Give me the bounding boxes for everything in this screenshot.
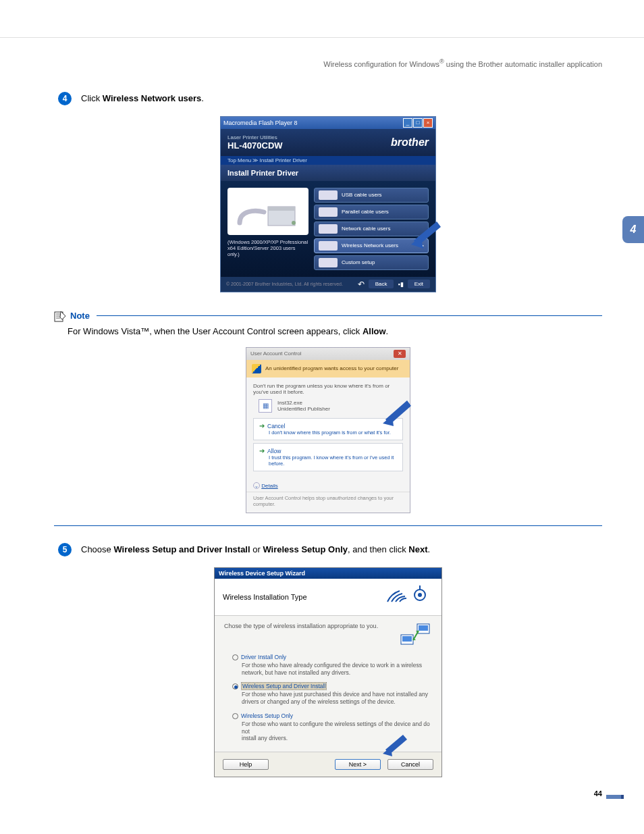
radio-selected-icon xyxy=(232,683,238,689)
exit-button[interactable]: Exit xyxy=(408,280,430,288)
svg-rect-1 xyxy=(268,207,295,211)
wizard-opt-driver-only[interactable]: Driver Install Only For those who have a… xyxy=(232,654,432,677)
opt2-desc: For those who have just purchased this d… xyxy=(242,691,432,705)
note-text-pre: For Windows Vista™, when the User Accoun… xyxy=(68,326,363,336)
custom-icon xyxy=(319,258,338,267)
note-pencil-icon xyxy=(54,310,66,322)
wizard-head-title: Wireless Installation Type xyxy=(223,593,307,601)
uac-title-text: User Account Control xyxy=(250,350,302,357)
printer-icon xyxy=(234,194,302,235)
step-5-badge: 5 xyxy=(58,543,72,556)
maximize-icon[interactable]: □ xyxy=(413,118,423,128)
note-end-divider xyxy=(54,525,602,526)
chapter-side-tab: 4 xyxy=(622,216,644,243)
uac-details-label: Details xyxy=(261,483,277,489)
step-5-bold1: Wireless Setup and Driver Install xyxy=(113,544,250,554)
callout-arrow-icon xyxy=(383,728,411,756)
brother-logo: brother xyxy=(391,136,429,149)
uac-banner-text: An unidentified program wants access to … xyxy=(265,365,398,371)
note-text-bold: Allow xyxy=(363,326,386,336)
shield-icon xyxy=(252,364,261,373)
callout-arrow-icon xyxy=(383,394,417,427)
flash-sub: Laser Printer Utilities xyxy=(227,134,283,140)
flash-title: Macromedia Flash Player 8 xyxy=(223,120,298,126)
uac-allow-desc: I trust this program. I know where it's … xyxy=(269,454,397,467)
step-5-post: . xyxy=(428,544,431,554)
uac-file-row: ▦ Inst32.exe Unidentified Publisher xyxy=(259,399,403,413)
uac-screenshot: User Account Control ✕ An unidentified p… xyxy=(246,347,410,513)
file-icon: ▦ xyxy=(259,399,272,413)
step-5-mid: or xyxy=(250,544,263,554)
page-number: 44 xyxy=(594,789,602,798)
arrow-right-icon: ➔ xyxy=(259,447,265,454)
opt3-desc-post: install any drivers. xyxy=(242,735,288,741)
uac-dont-run: Don't run the program unless you know wh… xyxy=(253,383,403,395)
option-custom-label: Custom setup xyxy=(342,259,375,265)
wizard-opt-setup-and-driver[interactable]: Wireless Setup and Driver Install For th… xyxy=(232,683,432,706)
step-4-bold: Wireless Network users xyxy=(103,93,202,103)
cancel-button[interactable]: Cancel xyxy=(387,759,433,770)
uac-footer: User Account Control helps stop unauthor… xyxy=(246,492,410,513)
step-4-badge: 4 xyxy=(58,92,72,105)
close-icon[interactable]: × xyxy=(423,118,433,128)
top-bar xyxy=(0,0,644,38)
step-4-post: . xyxy=(201,93,204,103)
step-4-pre: Click xyxy=(81,93,103,103)
uac-allow-title: Allow xyxy=(267,448,281,454)
flash-titlebar: Macromedia Flash Player 8 _ □ × xyxy=(221,117,435,129)
uac-file-name: Inst32.exe xyxy=(277,400,330,406)
flash-left-panel: (Windows 2000/XP/XP Professional x64 Edi… xyxy=(227,188,308,270)
wizard-header: Wireless Installation Type xyxy=(215,579,441,616)
step-4-row: 4 Click Wireless Network users. xyxy=(58,92,602,105)
step-5-pre: Choose xyxy=(81,544,113,554)
minimize-icon[interactable]: _ xyxy=(403,118,412,128)
option-custom[interactable]: Custom setup xyxy=(314,255,429,270)
uac-cancel-desc: I don't know where this program is from … xyxy=(269,429,397,436)
back-arrow-icon[interactable]: ↶ xyxy=(358,280,365,289)
wizard-screenshot: Wireless Device Setup Wizard Wireless In… xyxy=(214,567,442,777)
uac-titlebar: User Account Control ✕ xyxy=(246,348,410,360)
uac-allow-choice[interactable]: ➔Allow I trust this program. I know wher… xyxy=(253,443,403,471)
radio-icon xyxy=(232,713,238,719)
help-button[interactable]: Help xyxy=(223,759,269,770)
header-sup: ® xyxy=(439,58,444,65)
arrow-right-icon: ➔ xyxy=(259,422,265,429)
next-button[interactable]: Next > xyxy=(335,759,381,770)
step-4-text: Click Wireless Network users. xyxy=(81,93,204,103)
note-text: For Windows Vista™, when the User Accoun… xyxy=(68,326,602,336)
option-wireless-label: Wireless Network users xyxy=(342,242,398,249)
wizard-titlebar: Wireless Device Setup Wizard xyxy=(215,568,441,579)
svg-point-10 xyxy=(418,593,422,597)
svg-rect-14 xyxy=(402,636,412,642)
flash-body: (Windows 2000/XP/XP Professional x64 Edi… xyxy=(221,181,435,277)
callout-arrow-icon xyxy=(411,213,448,250)
uac-file-publisher: Unidentified Publisher xyxy=(277,406,330,412)
note-text-post: . xyxy=(386,326,389,336)
step-5-row: 5 Choose Wireless Setup and Driver Insta… xyxy=(58,543,602,556)
window-controls: _ □ × xyxy=(403,118,433,128)
uac-details[interactable]: ⌄ Details xyxy=(246,479,410,492)
step-5-bold2: Wireless Setup Only xyxy=(263,544,348,554)
wireless-icon xyxy=(319,241,338,251)
flash-footer: © 2001-2007 Brother Industries, Ltd. All… xyxy=(221,277,435,292)
back-button[interactable]: Back xyxy=(369,280,394,288)
radio-icon xyxy=(232,654,238,660)
option-usb[interactable]: USB cable users xyxy=(314,188,429,203)
page-accent xyxy=(606,795,621,799)
flash-copyright: © 2001-2007 Brother Industries, Ltd. All… xyxy=(226,282,343,286)
option-parallel-label: Parallel cable users xyxy=(342,209,389,215)
network-icon xyxy=(319,224,338,234)
page-header: Wireless configuration for Windows® usin… xyxy=(0,38,644,75)
note-label: Note xyxy=(70,311,90,321)
opt1-title: Driver Install Only xyxy=(241,654,286,660)
uac-cancel-choice[interactable]: ➔Cancel I don't know where this program … xyxy=(253,418,403,440)
exit-door-icon[interactable]: ▪▮ xyxy=(398,281,403,288)
step-5-mid2: , and then click xyxy=(348,544,408,554)
flash-breadcrumb: Top Menu ≫ Install Printer Driver xyxy=(221,156,435,165)
header-post: using the Brother automatic installer ap… xyxy=(444,60,602,68)
installer-screenshot: Macromedia Flash Player 8 _ □ × Laser Pr… xyxy=(220,116,436,292)
svg-marker-7 xyxy=(383,415,394,426)
uac-body: Don't run the program unless you know wh… xyxy=(246,377,410,479)
uac-close-icon[interactable]: ✕ xyxy=(394,350,406,358)
parallel-icon xyxy=(319,207,338,217)
